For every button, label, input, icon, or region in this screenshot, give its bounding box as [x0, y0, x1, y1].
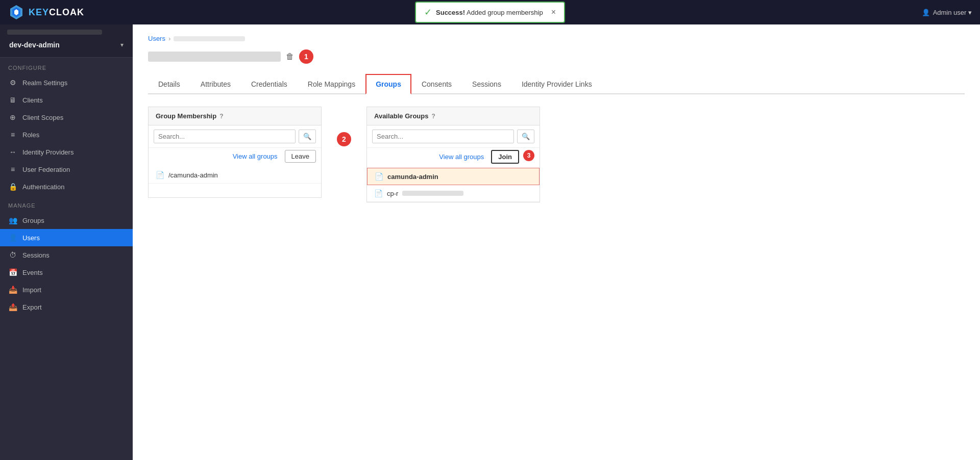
identity-providers-icon: ↔	[8, 148, 17, 156]
available-groups-header: Available Groups ?	[367, 107, 540, 125]
sidebar-item-export[interactable]: 📤 Export	[0, 298, 133, 316]
groups-container: Group Membership ? 🔍 View all groups Lea…	[148, 107, 965, 202]
tab-groups[interactable]: Groups	[365, 74, 411, 94]
tab-credentials[interactable]: Credentials	[241, 74, 298, 94]
breadcrumb-users-link[interactable]: Users	[148, 35, 165, 42]
tabs-container: Details Attributes Credentials Role Mapp…	[148, 74, 965, 94]
realm-settings-icon: ⚙	[8, 79, 17, 87]
realm-blurred-name	[7, 30, 102, 35]
available-groups-panel: Available Groups ? 🔍 View all groups Joi…	[366, 107, 540, 202]
available-groups-search-button[interactable]: 🔍	[517, 130, 534, 143]
sidebar-item-roles[interactable]: ≡ Roles	[0, 126, 133, 143]
tab-details[interactable]: Details	[148, 74, 190, 94]
sessions-icon: ⏱	[8, 251, 17, 259]
cp-group-blurred-suffix	[402, 191, 463, 196]
sidebar-item-label: User Federation	[22, 166, 70, 173]
leave-group-button[interactable]: Leave	[285, 150, 316, 163]
available-groups-help-icon[interactable]: ?	[431, 113, 435, 120]
step-2-area: 2	[337, 132, 351, 146]
users-icon: 👤	[8, 234, 17, 242]
sidebar-item-user-federation[interactable]: ≡ User Federation	[0, 161, 133, 178]
sidebar-item-groups[interactable]: 👥 Groups	[0, 212, 133, 229]
realm-select-row[interactable]: dev-dev-admin ▾	[7, 38, 126, 52]
realm-chevron-icon: ▾	[120, 41, 124, 48]
sidebar-item-label: Client Scopes	[22, 114, 63, 121]
toast-close-button[interactable]: ×	[551, 8, 556, 17]
user-menu-label: Admin user ▾	[933, 9, 972, 16]
groups-icon: 👥	[8, 216, 17, 224]
group-membership-actions-row: View all groups Leave	[149, 148, 321, 167]
cp-group-name: cp-r	[387, 190, 398, 197]
sidebar-item-import[interactable]: 📥 Import	[0, 281, 133, 298]
group-membership-panel: Group Membership ? 🔍 View all groups Lea…	[148, 107, 322, 198]
sidebar-item-label: Roles	[22, 131, 39, 139]
toast-message: Success! Added group membership	[436, 9, 543, 16]
realm-select-label: dev-dev-admin	[9, 41, 60, 49]
sidebar-item-label: Realm Settings	[22, 79, 67, 87]
group-membership-search-input[interactable]	[154, 130, 296, 143]
group-membership-title: Group Membership	[156, 112, 216, 120]
user-heading-name-blurred	[148, 52, 281, 62]
configure-section-title: Configure	[0, 58, 133, 74]
sidebar-item-label: Identity Providers	[22, 148, 74, 156]
top-header: KEYCLOAK ✓ Success! Added group membersh…	[0, 0, 980, 24]
sidebar-item-label: Authentication	[22, 183, 64, 191]
user-menu[interactable]: 👤 Admin user ▾	[922, 9, 972, 16]
breadcrumb-separator: ›	[168, 35, 170, 42]
sidebar-item-label: Import	[22, 286, 41, 294]
sidebar-item-realm-settings[interactable]: ⚙ Realm Settings	[0, 74, 133, 91]
realm-selector: dev-dev-admin ▾	[0, 24, 133, 58]
success-toast-container: ✓ Success! Added group membership ×	[415, 2, 565, 23]
step-badge-2: 2	[337, 132, 351, 146]
content-area: Users › 🗑 1 Details Attributes Credentia…	[133, 24, 980, 460]
sidebar-item-label: Sessions	[22, 251, 50, 259]
group-membership-list: 📄 /camunda-admin	[149, 167, 321, 197]
clients-icon: 🖥	[8, 96, 17, 104]
group-file-icon: 📄	[156, 171, 164, 179]
user-heading: 🗑 1	[148, 49, 965, 64]
main-layout: dev-dev-admin ▾ Configure ⚙ Realm Settin…	[0, 24, 980, 460]
user-icon: 👤	[922, 9, 930, 16]
logo: KEYCLOAK	[8, 4, 84, 20]
available-groups-view-all-button[interactable]: View all groups	[436, 150, 487, 164]
join-group-button[interactable]: Join	[491, 150, 519, 164]
delete-user-button[interactable]: 🗑	[286, 52, 294, 61]
group-membership-item[interactable]: 📄 /camunda-admin	[149, 167, 321, 184]
content-inner: Users › 🗑 1 Details Attributes Credentia…	[133, 24, 980, 460]
manage-section-title: Manage	[0, 195, 133, 212]
sidebar-item-authentication[interactable]: 🔒 Authentication	[0, 178, 133, 195]
export-icon: 📤	[8, 303, 17, 311]
sidebar-item-label: Events	[22, 269, 43, 276]
sidebar-item-client-scopes[interactable]: ⊕ Client Scopes	[0, 109, 133, 126]
sidebar-item-label: Groups	[22, 217, 44, 224]
sidebar-item-identity-providers[interactable]: ↔ Identity Providers	[0, 143, 133, 161]
sidebar-item-sessions[interactable]: ⏱ Sessions	[0, 246, 133, 264]
sidebar-item-label: Export	[22, 303, 42, 311]
available-groups-search-input[interactable]	[372, 130, 514, 143]
tab-identity-provider-links[interactable]: Identity Provider Links	[511, 74, 602, 94]
group-membership-search-button[interactable]: 🔍	[299, 130, 316, 143]
available-groups-search-row: 🔍	[367, 125, 540, 148]
tab-role-mappings[interactable]: Role Mappings	[298, 74, 365, 94]
sidebar-item-users[interactable]: 👤 Users	[0, 229, 133, 246]
user-federation-icon: ≡	[8, 165, 17, 173]
sidebar-item-events[interactable]: 📅 Events	[0, 264, 133, 281]
events-icon: 📅	[8, 268, 17, 276]
group-membership-header: Group Membership ?	[149, 107, 321, 125]
available-groups-item-cp[interactable]: 📄 cp-r	[367, 185, 540, 202]
group-membership-view-all-button[interactable]: View all groups	[230, 150, 281, 163]
keycloak-logo-icon	[8, 4, 24, 20]
sidebar-item-label: Users	[22, 234, 40, 242]
tab-sessions[interactable]: Sessions	[462, 74, 511, 94]
sidebar-item-clients[interactable]: 🖥 Clients	[0, 91, 133, 109]
tab-consents[interactable]: Consents	[411, 74, 462, 94]
group-membership-search-row: 🔍	[149, 125, 321, 148]
tab-attributes[interactable]: Attributes	[190, 74, 241, 94]
step-badge-1: 1	[299, 49, 313, 64]
available-groups-item-camunda-admin[interactable]: 📄 camunda-admin	[367, 168, 540, 185]
group-membership-help-icon[interactable]: ?	[219, 113, 223, 120]
breadcrumb-current-user	[174, 36, 245, 41]
client-scopes-icon: ⊕	[8, 113, 17, 121]
cp-file-icon: 📄	[374, 189, 383, 197]
toast-check-icon: ✓	[424, 7, 432, 18]
